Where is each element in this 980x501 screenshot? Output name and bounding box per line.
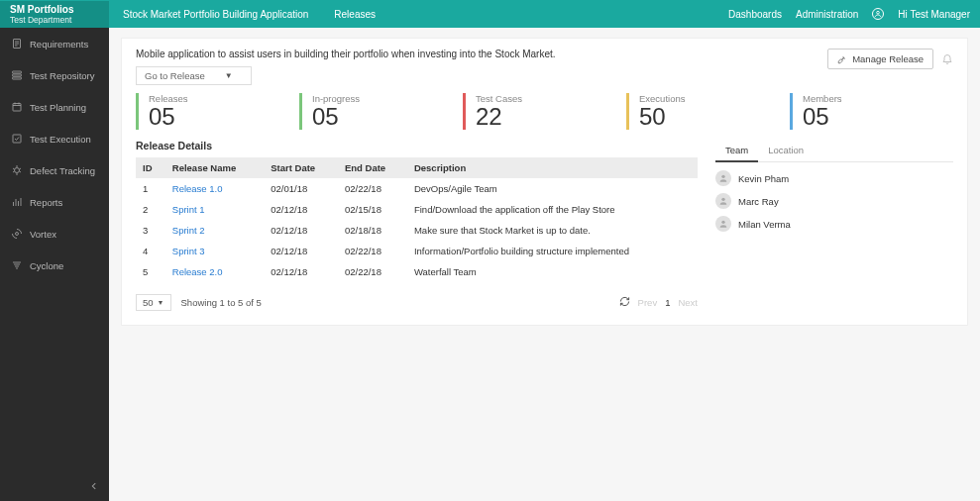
cell-id: 5 — [136, 261, 165, 282]
manage-release-button[interactable]: Manage Release — [827, 49, 933, 69]
member-list: Kevin PhamMarc RayMilan Verma — [715, 170, 953, 232]
member-item[interactable]: Kevin Pham — [715, 170, 953, 186]
svg-rect-8 — [13, 104, 21, 112]
sidebar-item-repository[interactable]: Test Repository — [0, 59, 109, 91]
avatar — [715, 193, 731, 209]
sidebar-item-label: Requirements — [30, 39, 88, 50]
cell-start: 02/12/18 — [264, 199, 338, 220]
stat-value: 22 — [476, 104, 626, 130]
pager-info: Showing 1 to 5 of 5 — [181, 297, 262, 308]
stat-members: Members 05 — [790, 93, 953, 130]
content-card: Mobile application to assist users in bu… — [121, 38, 968, 326]
release-link[interactable]: Release 2.0 — [172, 266, 223, 277]
right-tabs: Team Location — [715, 140, 953, 162]
release-tbody: 1Release 1.002/01/1802/22/18DevOps/Agile… — [136, 178, 698, 282]
stat-value: 05 — [312, 104, 463, 130]
stat-value: 50 — [639, 104, 790, 130]
svg-point-13 — [15, 168, 20, 173]
col-id[interactable]: ID — [136, 157, 165, 178]
topbar-left: SM Portfolios Test Department Stock Mark… — [0, 0, 387, 28]
project-description: Mobile application to assist users in bu… — [136, 49, 556, 59]
sidebar-item-label: Reports — [30, 197, 62, 208]
sidebar-item-cyclone[interactable]: Cyclone — [0, 250, 109, 281]
member-item[interactable]: Marc Ray — [715, 193, 953, 209]
col-end[interactable]: End Date — [338, 157, 407, 178]
table-row[interactable]: 3Sprint 202/12/1802/18/18Make sure that … — [136, 220, 698, 241]
release-link[interactable]: Release 1.0 — [172, 183, 223, 194]
cell-name: Sprint 3 — [165, 241, 264, 261]
release-link[interactable]: Sprint 1 — [172, 204, 205, 215]
tab-releases[interactable]: Releases — [322, 9, 387, 20]
sidebar-item-vortex[interactable]: Vortex — [0, 218, 109, 250]
col-name[interactable]: Release Name — [165, 157, 264, 178]
stat-executions: Executions 50 — [626, 93, 790, 130]
pager-prev[interactable]: Prev — [638, 297, 658, 308]
user-greeting[interactable]: Hi Test Manager — [898, 9, 970, 20]
col-desc[interactable]: Description — [407, 157, 698, 178]
svg-rect-7 — [13, 77, 22, 79]
page-size-value: 50 — [143, 297, 154, 308]
member-item[interactable]: Milan Verma — [715, 216, 953, 232]
sidebar-item-label: Test Execution — [30, 134, 91, 145]
stat-releases: Releases 05 — [136, 93, 299, 130]
cell-end: 02/22/18 — [338, 261, 407, 282]
sidebar-collapse[interactable] — [0, 473, 109, 501]
cell-name: Release 1.0 — [165, 178, 264, 199]
sidebar-item-defect[interactable]: Defect Tracking — [0, 154, 109, 186]
nav-administration[interactable]: Administration — [796, 9, 858, 20]
cell-end: 02/15/18 — [338, 199, 407, 220]
sidebar-item-label: Test Repository — [30, 70, 94, 81]
goto-release-select[interactable]: Go to Release ▼ — [136, 66, 252, 85]
table-row[interactable]: 1Release 1.002/01/1802/22/18DevOps/Agile… — [136, 178, 698, 199]
pager-next[interactable]: Next — [678, 297, 698, 308]
avatar — [715, 170, 731, 186]
release-details-section: Release Details ID Release Name Start Da… — [136, 140, 698, 311]
sidebar-item-planning[interactable]: Test Planning — [0, 91, 109, 123]
sidebar-item-reports[interactable]: Reports — [0, 186, 109, 218]
cell-id: 1 — [136, 178, 165, 199]
user-icon[interactable] — [872, 8, 884, 20]
cell-start: 02/12/18 — [264, 261, 338, 282]
refresh-icon[interactable] — [619, 296, 630, 309]
requirements-icon — [11, 38, 23, 50]
cell-end: 02/18/18 — [338, 220, 407, 241]
sidebar-item-label: Test Planning — [30, 102, 86, 113]
page-size-select[interactable]: 50 ▼ — [136, 294, 171, 311]
pager-row: 50 ▼ Showing 1 to 5 of 5 Prev 1 Next — [136, 294, 698, 311]
cyclone-icon — [11, 259, 23, 271]
app-name: Stock Market Portfolio Building Applicat… — [109, 9, 322, 20]
nav-dashboards[interactable]: Dashboards — [728, 9, 782, 20]
col-start[interactable]: Start Date — [264, 157, 338, 178]
bell-icon[interactable] — [941, 52, 953, 66]
cell-id: 3 — [136, 220, 165, 241]
portfolio-badge[interactable]: SM Portfolios Test Department — [0, 1, 109, 28]
tab-location[interactable]: Location — [758, 140, 814, 161]
defect-icon — [11, 164, 23, 176]
execution-icon — [11, 133, 23, 145]
stat-value: 05 — [149, 104, 299, 130]
sidebar-item-label: Defect Tracking — [30, 165, 95, 176]
svg-point-26 — [721, 198, 724, 201]
tab-team[interactable]: Team — [715, 140, 758, 162]
pager-nav: Prev 1 Next — [619, 296, 698, 309]
sidebar-item-requirements[interactable]: Requirements — [0, 28, 109, 59]
svg-rect-5 — [13, 71, 22, 73]
stats-row: Releases 05 In-progress 05 Test Cases 22… — [136, 93, 953, 130]
table-row[interactable]: 2Sprint 102/12/1802/15/18Find/Download t… — [136, 199, 698, 220]
cell-name: Release 2.0 — [165, 261, 264, 282]
member-name: Marc Ray — [738, 196, 779, 207]
svg-point-25 — [721, 175, 724, 178]
cell-start: 02/01/18 — [264, 178, 338, 199]
svg-line-16 — [13, 168, 15, 169]
sidebar-item-execution[interactable]: Test Execution — [0, 123, 109, 154]
release-link[interactable]: Sprint 2 — [172, 225, 205, 236]
portfolio-title: SM Portfolios — [10, 4, 99, 15]
main-content: Mobile application to assist users in bu… — [109, 28, 980, 501]
svg-point-24 — [16, 233, 19, 236]
cell-name: Sprint 1 — [165, 199, 264, 220]
table-row[interactable]: 5Release 2.002/12/1802/22/18Waterfall Te… — [136, 261, 698, 282]
pager-current: 1 — [665, 297, 670, 308]
table-row[interactable]: 4Sprint 302/12/1802/22/18Information/Por… — [136, 241, 698, 261]
release-table: ID Release Name Start Date End Date Desc… — [136, 157, 698, 282]
release-link[interactable]: Sprint 3 — [172, 246, 205, 256]
